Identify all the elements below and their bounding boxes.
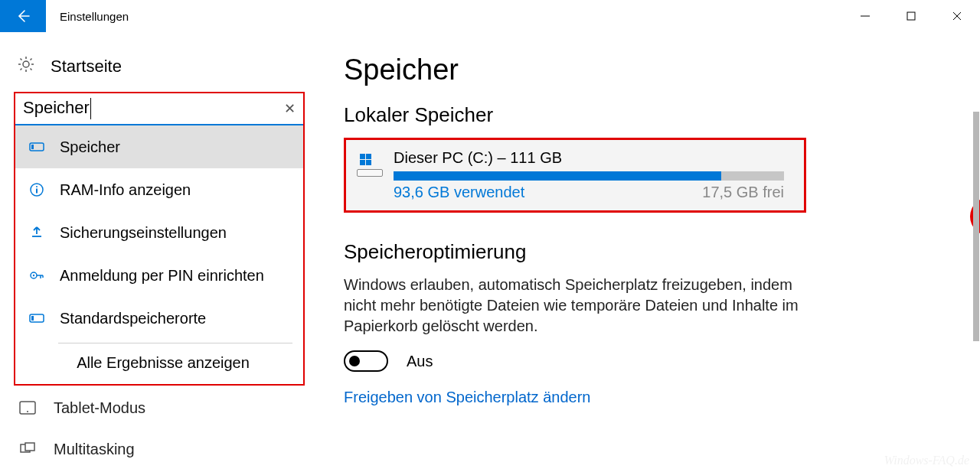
svg-rect-0 xyxy=(907,12,915,20)
maximize-button[interactable] xyxy=(888,0,934,32)
scrollbar-thumb[interactable] xyxy=(973,112,979,341)
storage-sense-heading: Speicheroptimierung xyxy=(344,240,943,264)
window-controls xyxy=(842,0,980,32)
watermark: Windows-FAQ.de xyxy=(884,454,969,467)
drive-icon xyxy=(355,152,387,184)
clear-search-button[interactable]: ✕ xyxy=(284,100,296,117)
window-title: Einstellungen xyxy=(60,10,129,23)
titlebar: Einstellungen xyxy=(0,0,980,32)
drive-usage-fill xyxy=(394,171,721,181)
change-free-up-space-link[interactable]: Freigeben von Speicherplatz ändern xyxy=(344,389,943,406)
search-value: Speicher xyxy=(23,98,284,119)
suggestion-default-locations[interactable]: Standardspeicherorte xyxy=(15,297,303,340)
main-panel: Speicher Lokaler Speicher Dieser PC (C:)… xyxy=(307,32,980,472)
svg-point-5 xyxy=(36,186,38,187)
drive-usage-bar xyxy=(394,171,784,181)
close-icon xyxy=(952,11,962,21)
info-icon xyxy=(26,183,47,197)
suggestion-ram-info[interactable]: RAM-Info anzeigen xyxy=(15,168,303,211)
svg-rect-14 xyxy=(25,443,34,451)
svg-point-1 xyxy=(23,61,29,67)
minimize-icon xyxy=(861,11,870,21)
search-dropdown: Speicher ✕ Speicher RAM-Info anzeigen xyxy=(14,92,305,386)
svg-rect-6 xyxy=(36,189,38,194)
key-icon xyxy=(26,269,47,282)
page-title: Speicher xyxy=(344,54,943,86)
text-caret xyxy=(90,98,91,119)
local-storage-heading: Lokaler Speicher xyxy=(344,103,943,127)
suggestion-backup[interactable]: Sicherungseinstellungen xyxy=(15,211,303,254)
minimize-button[interactable] xyxy=(842,0,888,32)
sidebar-item-multitasking[interactable]: Multitasking xyxy=(14,428,293,470)
toggle-state-label: Aus xyxy=(407,353,433,370)
drive-card[interactable]: Dieser PC (C:) – 111 GB 93,6 GB verwende… xyxy=(344,138,806,213)
multitasking-icon xyxy=(17,442,38,456)
drive-title: Dieser PC (C:) – 111 GB xyxy=(394,149,792,167)
storage-icon xyxy=(26,142,47,152)
suggestion-speicher[interactable]: Speicher xyxy=(15,125,303,168)
svg-point-12 xyxy=(27,411,28,412)
sidebar-item-tablet-mode[interactable]: Tablet-Modus xyxy=(14,387,293,428)
suggestion-label: Standardspeicherorte xyxy=(60,310,206,327)
suggestion-label: Sicherungseinstellungen xyxy=(60,224,227,242)
toggle-knob xyxy=(349,356,360,366)
maximize-icon xyxy=(906,11,916,21)
sidebar-item-label: Multitasking xyxy=(54,441,135,458)
suggestion-label: RAM-Info anzeigen xyxy=(60,181,191,199)
search-input[interactable]: Speicher ✕ xyxy=(15,93,303,125)
close-button[interactable] xyxy=(934,0,980,32)
backup-icon xyxy=(26,226,47,239)
sidebar: Startseite Speicher ✕ Speicher xyxy=(0,32,307,472)
drive-used-label: 93,6 GB verwendet xyxy=(394,184,524,201)
svg-point-8 xyxy=(33,275,34,276)
storage-sense-description: Windows erlauben, automatisch Speicherpl… xyxy=(344,275,818,337)
drive-free-label: 17,5 GB frei xyxy=(702,184,784,201)
storage-sense-toggle[interactable] xyxy=(344,350,388,372)
suggestion-pin[interactable]: Anmeldung per PIN einrichten xyxy=(15,254,303,297)
suggestion-label: Speicher xyxy=(60,138,120,156)
suggestion-label: Anmeldung per PIN einrichten xyxy=(60,267,264,285)
tablet-icon xyxy=(17,401,38,415)
sidebar-home-label: Startseite xyxy=(51,57,122,76)
vertical-scrollbar[interactable] xyxy=(972,64,980,472)
back-button[interactable] xyxy=(0,0,46,32)
gear-icon xyxy=(17,55,35,78)
svg-rect-10 xyxy=(31,316,34,321)
sidebar-item-label: Tablet-Modus xyxy=(54,399,145,417)
sidebar-home[interactable]: Startseite xyxy=(14,46,293,92)
back-arrow-icon xyxy=(15,8,31,24)
show-all-results[interactable]: Alle Ergebnisse anzeigen xyxy=(15,343,303,384)
storage-icon xyxy=(26,313,47,324)
svg-rect-3 xyxy=(31,145,34,149)
